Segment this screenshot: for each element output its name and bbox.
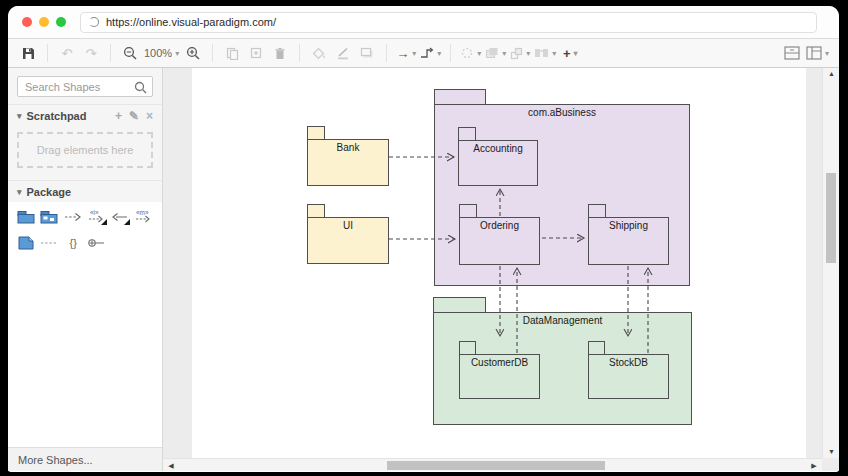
maximize-window-button[interactable]	[56, 17, 66, 27]
shape-merge-icon[interactable]: «m»	[133, 208, 155, 226]
close-window-button[interactable]	[22, 17, 32, 27]
horizontal-scrollbar[interactable]: ◀ ▶	[163, 458, 822, 471]
shape-containment-icon[interactable]	[86, 234, 108, 252]
format-panel-icon	[806, 46, 822, 60]
undo-icon: ↶	[62, 46, 73, 61]
zoom-level-value: 100%	[144, 47, 172, 59]
dropzone-hint: Drag elements here	[37, 144, 134, 156]
shadow-button[interactable]	[357, 42, 377, 64]
shape-dashed-line-icon[interactable]	[38, 234, 60, 252]
chevron-down-icon: ▾	[825, 49, 829, 58]
toolbar-separator	[386, 44, 387, 62]
svg-text:«m»: «m»	[136, 209, 149, 216]
shape-package-icon[interactable]	[15, 208, 37, 226]
arrange-dropdown[interactable]: ▾	[485, 42, 506, 64]
toolbar-separator	[450, 44, 451, 62]
paste-icon	[250, 47, 262, 59]
arrow-right-icon: →	[396, 46, 409, 61]
minimize-window-button[interactable]	[39, 17, 49, 27]
swap-dropdown[interactable]: ▾	[534, 42, 556, 64]
toolbar-separator	[299, 44, 300, 62]
shape-package-with-members-icon[interactable]	[38, 208, 60, 226]
scroll-up-icon[interactable]: ▲	[823, 68, 839, 80]
scratchpad-title: Scratchpad	[27, 110, 87, 122]
scratchpad-header[interactable]: ▾ Scratchpad + ✎ ×	[8, 104, 162, 126]
zoom-in-icon	[186, 46, 200, 60]
scroll-left-icon[interactable]: ◀	[165, 459, 177, 471]
url-text: https://online.visual-paradigm.com/	[106, 16, 276, 28]
line-color-button[interactable]	[333, 42, 353, 64]
group-dropdown[interactable]: ▾	[510, 42, 530, 64]
zoom-level-dropdown[interactable]: 100% ▾	[144, 42, 179, 64]
undo-button[interactable]: ↶	[57, 42, 77, 64]
save-button[interactable]	[18, 42, 38, 64]
redo-button[interactable]: ↷	[81, 42, 101, 64]
table-layout-icon	[784, 46, 800, 60]
scratchpad-edit-button[interactable]: ✎	[129, 110, 139, 122]
chevron-down-icon: ▾	[552, 49, 556, 58]
package-section-header[interactable]: ▾ Package	[8, 180, 162, 202]
search-input[interactable]	[17, 76, 153, 97]
layers-icon	[485, 47, 499, 59]
line-color-icon	[336, 47, 350, 60]
connector-style-dropdown[interactable]: ▾	[420, 42, 441, 64]
save-icon	[22, 47, 35, 60]
reload-icon[interactable]	[89, 17, 99, 27]
scratchpad-add-button[interactable]: +	[115, 110, 122, 122]
chevron-down-icon: ▾	[477, 49, 481, 58]
caret-down-icon: ▾	[17, 111, 22, 121]
more-shapes-button[interactable]: More Shapes...	[8, 447, 162, 471]
group-icon	[510, 47, 523, 60]
svg-text:«i»: «i»	[90, 209, 99, 216]
address-bar[interactable]: https://online.visual-paradigm.com/	[80, 12, 817, 33]
horizontal-scrollbar-thumb[interactable]	[387, 461, 605, 470]
chevron-down-icon: ▾	[412, 49, 416, 58]
scratchpad-dropzone[interactable]: Drag elements here	[17, 132, 153, 168]
fill-color-button[interactable]	[309, 42, 329, 64]
shape-note-icon[interactable]	[15, 234, 37, 252]
browser-titlebar: https://online.visual-paradigm.com/	[8, 6, 839, 39]
insert-dropdown[interactable]: + ▾	[560, 42, 580, 64]
app-window: https://online.visual-paradigm.com/ ↶ ↷ …	[8, 6, 839, 472]
table-layout-button[interactable]	[782, 42, 802, 64]
search-icon	[134, 81, 147, 94]
shadow-icon	[360, 47, 374, 59]
copy-button[interactable]	[222, 42, 242, 64]
zoom-in-button[interactable]	[183, 42, 203, 64]
toolbar-separator	[212, 44, 213, 62]
chevron-down-icon: ▾	[502, 49, 506, 58]
delete-button[interactable]	[270, 42, 290, 64]
chevron-down-icon: ▾	[574, 49, 578, 58]
chevron-down-icon: ▾	[526, 49, 530, 58]
arrow-style-dropdown[interactable]: → ▾	[396, 42, 416, 64]
shape-palette: «i»	[8, 202, 162, 447]
redo-icon: ↷	[86, 46, 97, 61]
format-panel-toggle[interactable]: ▾	[806, 42, 829, 64]
line-style-icon	[460, 47, 474, 59]
trash-icon	[274, 47, 286, 60]
swap-icon	[534, 47, 549, 59]
shapes-sidebar: ▾ Scratchpad + ✎ × Drag elements here ▾ …	[8, 68, 163, 471]
shape-import-icon[interactable]: «i»	[86, 208, 108, 226]
fill-color-icon	[312, 47, 327, 60]
connector-icon	[420, 47, 434, 59]
diagram-page[interactable]: com.aBusiness DataManagement Bank UI	[192, 68, 806, 458]
scroll-right-icon[interactable]: ▶	[808, 459, 820, 471]
caret-down-icon: ▾	[17, 187, 22, 197]
diagram-canvas[interactable]: com.aBusiness DataManagement Bank UI	[163, 68, 839, 471]
line-style-dropdown[interactable]: ▾	[460, 42, 481, 64]
scratchpad-close-button[interactable]: ×	[146, 110, 153, 122]
chevron-down-icon: ▾	[175, 49, 179, 58]
vertical-scrollbar-thumb[interactable]	[826, 173, 836, 263]
chevron-down-icon: ▾	[437, 49, 441, 58]
traffic-lights	[22, 17, 66, 27]
vertical-scrollbar[interactable]: ▲ ▼	[822, 68, 839, 458]
paste-button[interactable]	[246, 42, 266, 64]
shape-access-icon[interactable]	[109, 208, 131, 226]
plus-icon: +	[563, 46, 571, 61]
shape-constraint-icon[interactable]: {}	[62, 234, 84, 252]
shape-dependency-icon[interactable]	[62, 208, 84, 226]
zoom-out-button[interactable]	[120, 42, 140, 64]
scroll-down-icon[interactable]: ▼	[823, 446, 839, 458]
package-section-title: Package	[27, 186, 72, 198]
